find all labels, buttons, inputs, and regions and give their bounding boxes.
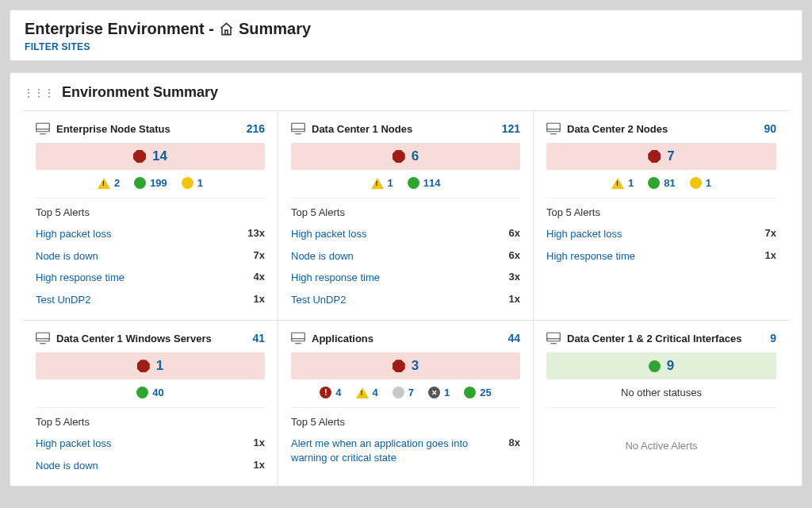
- top-alerts-title: Top 5 Alerts: [546, 206, 776, 218]
- filter-sites-link[interactable]: FILTER SITES: [25, 41, 787, 52]
- alert-name[interactable]: Node is down: [36, 459, 246, 473]
- drag-handle-icon[interactable]: ⋮⋮⋮: [23, 87, 54, 99]
- secondary-status-row: 40: [36, 386, 265, 408]
- up-icon: [408, 177, 419, 189]
- widget-head-left: Data Center 1 & 2 Critical Interfaces: [546, 332, 741, 344]
- alert-count: 4x: [254, 271, 265, 283]
- alert-name[interactable]: High packet loss: [36, 227, 239, 241]
- widget-head: Enterprise Node Status216: [36, 122, 265, 135]
- status-item-up[interactable]: 25: [464, 387, 491, 398]
- status-item-unknown[interactable]: 1: [690, 177, 711, 189]
- alert-name[interactable]: Test UnDP2: [36, 293, 246, 307]
- widget-title[interactable]: Data Center 1 Nodes: [312, 123, 412, 135]
- status-item-unreachable[interactable]: 7: [393, 387, 414, 398]
- alert-name[interactable]: High response time: [291, 271, 501, 285]
- up-icon: [648, 177, 660, 189]
- status-item-warning[interactable]: 1: [371, 177, 393, 189]
- status-item-value: 4: [373, 387, 378, 398]
- alert-count: 1x: [254, 437, 265, 448]
- widget-total-count[interactable]: 44: [508, 332, 520, 344]
- status-item-up[interactable]: 40: [136, 387, 163, 398]
- primary-status-icon: [393, 150, 405, 163]
- alert-name[interactable]: Alert me when an application goes into w…: [291, 437, 501, 464]
- page-header: Enterprise Environment - Summary FILTER …: [10, 10, 802, 61]
- widget-head: Applications44: [291, 332, 520, 344]
- widget-total-count[interactable]: 216: [247, 122, 265, 135]
- widget-4: Applications443447125Top 5 AlertsAlert m…: [278, 320, 534, 486]
- primary-status-row[interactable]: 3: [291, 352, 520, 379]
- widget-2: Data Center 2 Nodes9071811Top 5 AlertsHi…: [534, 110, 789, 320]
- widget-head: Data Center 1 & 2 Critical Interfaces9: [546, 332, 776, 344]
- widget-head: Data Center 2 Nodes90: [546, 122, 776, 135]
- widget-total-count[interactable]: 121: [502, 122, 520, 135]
- widget-total-count[interactable]: 41: [252, 332, 265, 344]
- disabled-icon: [428, 387, 440, 398]
- widget-5: Data Center 1 & 2 Critical Interfaces99N…: [534, 320, 789, 486]
- svg-rect-12: [292, 333, 305, 341]
- widget-head-left: Applications: [291, 332, 373, 344]
- alert-row: Node is down1x: [36, 455, 265, 477]
- summary-title: Environment Summary: [62, 84, 218, 101]
- warning-icon: [98, 178, 110, 189]
- alert-count: 7x: [254, 249, 265, 261]
- alert-row: High packet loss6x: [291, 223, 520, 245]
- up-icon: [464, 387, 476, 398]
- status-item-warning[interactable]: 1: [611, 177, 634, 189]
- widget-title[interactable]: Data Center 2 Nodes: [567, 123, 668, 135]
- status-item-value: 1: [444, 387, 450, 398]
- primary-status-count: 6: [412, 148, 419, 164]
- alert-count: 13x: [247, 227, 265, 239]
- widget-head: Data Center 1 Nodes121: [291, 122, 520, 135]
- alert-count: 6x: [509, 249, 520, 261]
- primary-status-row[interactable]: 14: [36, 143, 265, 170]
- status-item-warning[interactable]: 2: [98, 177, 120, 189]
- alert-name[interactable]: Test UnDP2: [291, 293, 501, 307]
- primary-status-row[interactable]: 9: [546, 352, 776, 379]
- status-item-warning[interactable]: 4: [356, 387, 378, 398]
- alert-count: 1x: [254, 293, 265, 305]
- status-item-error[interactable]: 4: [320, 387, 341, 398]
- widget-title[interactable]: Data Center 1 Windows Servers: [56, 333, 212, 344]
- widget-title[interactable]: Applications: [312, 333, 373, 344]
- primary-status-row[interactable]: 6: [291, 143, 520, 170]
- status-item-unknown[interactable]: 1: [182, 177, 203, 189]
- status-item-value: 4: [335, 387, 341, 398]
- alert-name[interactable]: High packet loss: [291, 227, 501, 241]
- svg-rect-0: [36, 123, 50, 132]
- widget-total-count[interactable]: 90: [764, 122, 776, 135]
- alert-name[interactable]: Node is down: [36, 249, 246, 264]
- primary-status-row[interactable]: 1: [36, 352, 265, 379]
- status-item-disabled[interactable]: 1: [428, 387, 450, 398]
- widget-1: Data Center 1 Nodes12161114Top 5 AlertsH…: [278, 110, 534, 320]
- alert-name[interactable]: High packet loss: [36, 437, 246, 451]
- widget-3: Data Center 1 Windows Servers41140Top 5 …: [23, 320, 278, 486]
- primary-status-icon: [649, 360, 661, 372]
- primary-status-count: 14: [152, 148, 167, 164]
- status-item-value: 199: [150, 177, 167, 189]
- no-active-alerts: No Active Alerts: [546, 408, 776, 460]
- status-item-value: 114: [423, 177, 441, 189]
- widget-head-left: Enterprise Node Status: [36, 122, 170, 135]
- widget-title[interactable]: Enterprise Node Status: [56, 123, 170, 135]
- primary-status-row[interactable]: 7: [546, 143, 776, 170]
- widget-total-count[interactable]: 9: [770, 332, 776, 344]
- alert-count: 1x: [254, 459, 265, 471]
- alert-name[interactable]: Node is down: [291, 249, 501, 264]
- status-item-up[interactable]: 81: [648, 177, 675, 189]
- up-icon: [134, 177, 146, 189]
- alert-name[interactable]: High response time: [36, 271, 246, 285]
- alert-row: High response time4x: [36, 267, 265, 289]
- alert-count: 1x: [509, 293, 520, 305]
- secondary-status-row: 21991: [36, 176, 265, 198]
- status-item-value: 81: [664, 177, 675, 189]
- widgets-grid: Enterprise Node Status2161421991Top 5 Al…: [23, 110, 789, 486]
- status-item-value: 25: [480, 387, 491, 398]
- page-title: Enterprise Environment - Summary: [25, 20, 787, 38]
- alert-name[interactable]: High response time: [546, 249, 757, 264]
- status-item-up[interactable]: 199: [134, 177, 167, 189]
- widget-title[interactable]: Data Center 1 & 2 Critical Interfaces: [567, 333, 741, 344]
- primary-status-count: 7: [667, 148, 674, 164]
- alert-name[interactable]: High packet loss: [546, 227, 757, 241]
- top-alerts-title: Top 5 Alerts: [36, 416, 265, 428]
- status-item-up[interactable]: 114: [408, 177, 441, 189]
